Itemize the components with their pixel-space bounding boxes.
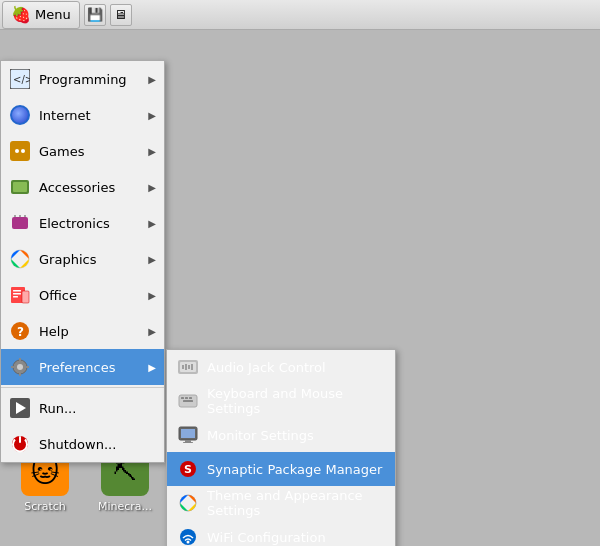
menu-item-games[interactable]: Games ▶ bbox=[1, 133, 164, 169]
electronics-label: Electronics bbox=[39, 216, 140, 231]
wifi-icon bbox=[177, 526, 199, 546]
programming-arrow: ▶ bbox=[148, 74, 156, 85]
svg-text:S: S bbox=[184, 463, 192, 476]
wifi-label: WiFi Configuration bbox=[207, 530, 326, 545]
menu-item-preferences[interactable]: Preferences ▶ Audio Jack Control Keyboar… bbox=[1, 349, 164, 385]
internet-arrow: ▶ bbox=[148, 110, 156, 121]
svg-rect-33 bbox=[185, 397, 188, 399]
programming-label: Programming bbox=[39, 72, 140, 87]
svg-rect-2 bbox=[10, 141, 30, 161]
preferences-icon bbox=[9, 356, 31, 378]
svg-rect-21 bbox=[19, 358, 21, 362]
graphics-label: Graphics bbox=[39, 252, 140, 267]
run-label: Run... bbox=[39, 401, 156, 416]
preferences-label: Preferences bbox=[39, 360, 140, 375]
svg-rect-35 bbox=[183, 400, 193, 402]
keyboard-mouse-icon bbox=[177, 390, 199, 412]
svg-rect-53 bbox=[19, 436, 21, 443]
menu-item-graphics[interactable]: Graphics ▶ bbox=[1, 241, 164, 277]
submenu-monitor[interactable]: Monitor Settings bbox=[167, 418, 395, 452]
synaptic-label: Synaptic Package Manager bbox=[207, 462, 382, 477]
svg-point-4 bbox=[21, 149, 25, 153]
monitor-label: Monitor Settings bbox=[207, 428, 314, 443]
keyboard-mouse-label: Keyboard and Mouse Settings bbox=[207, 386, 385, 416]
menu-button[interactable]: 🍓 Menu bbox=[2, 1, 80, 29]
electronics-arrow: ▶ bbox=[148, 218, 156, 229]
svg-rect-6 bbox=[13, 182, 27, 192]
submenu-wifi[interactable]: WiFi Configuration bbox=[167, 520, 395, 546]
submenu-theme[interactable]: Theme and Appearance Settings bbox=[167, 486, 395, 520]
taskbar: 🍓 Menu 💾 🖥 bbox=[0, 0, 600, 30]
games-arrow: ▶ bbox=[148, 146, 156, 157]
theme-icon bbox=[177, 492, 199, 514]
help-label: Help bbox=[39, 324, 140, 339]
svg-rect-34 bbox=[189, 397, 192, 399]
run-icon bbox=[9, 397, 31, 419]
svg-rect-16 bbox=[22, 291, 29, 303]
menu-item-programming[interactable]: </> Programming ▶ bbox=[1, 61, 164, 97]
accessories-icon bbox=[9, 176, 31, 198]
svg-rect-23 bbox=[11, 366, 15, 368]
svg-rect-38 bbox=[185, 440, 191, 442]
office-label: Office bbox=[39, 288, 140, 303]
desktop: 🐱 Scratch ⛏ Minecra... 🌿 Midori 🐱 Scratc… bbox=[0, 30, 600, 546]
svg-rect-24 bbox=[25, 366, 29, 368]
raspberry-icon: 🍓 bbox=[11, 5, 31, 24]
svg-point-3 bbox=[15, 149, 19, 153]
audio-jack-label: Audio Jack Control bbox=[207, 360, 326, 375]
internet-label: Internet bbox=[39, 108, 140, 123]
monitor-settings-icon bbox=[177, 424, 199, 446]
theme-label: Theme and Appearance Settings bbox=[207, 488, 385, 518]
programming-icon: </> bbox=[9, 68, 31, 90]
menu-separator bbox=[1, 387, 164, 388]
menu-item-help[interactable]: ? Help ▶ bbox=[1, 313, 164, 349]
office-icon bbox=[9, 284, 31, 306]
svg-rect-14 bbox=[13, 293, 21, 295]
menu-item-run[interactable]: Run... bbox=[1, 390, 164, 426]
menu-item-internet[interactable]: Internet ▶ bbox=[1, 97, 164, 133]
preferences-arrow: ▶ bbox=[148, 362, 156, 373]
help-icon: ? bbox=[9, 320, 31, 342]
save-taskbar-icon[interactable]: 💾 bbox=[84, 4, 106, 26]
svg-text:?: ? bbox=[17, 325, 24, 339]
svg-rect-32 bbox=[181, 397, 184, 399]
shutdown-label: Shutdown... bbox=[39, 437, 156, 452]
menu-item-office[interactable]: Office ▶ bbox=[1, 277, 164, 313]
menu-item-electronics[interactable]: Electronics ▶ bbox=[1, 205, 164, 241]
scratch-label: Scratch bbox=[24, 500, 66, 513]
graphics-icon bbox=[9, 248, 31, 270]
games-icon bbox=[9, 140, 31, 162]
save-icon: 💾 bbox=[87, 7, 103, 22]
svg-rect-39 bbox=[183, 442, 193, 443]
svg-point-44 bbox=[187, 541, 190, 544]
monitor-taskbar-icon[interactable]: 🖥 bbox=[110, 4, 132, 26]
electronics-icon bbox=[9, 212, 31, 234]
help-arrow: ▶ bbox=[148, 326, 156, 337]
svg-rect-13 bbox=[13, 290, 21, 292]
svg-text:</>: </> bbox=[13, 74, 30, 85]
menu-item-shutdown[interactable]: Shutdown... bbox=[1, 426, 164, 462]
menu-label: Menu bbox=[35, 7, 71, 22]
svg-point-20 bbox=[17, 364, 23, 370]
preferences-submenu: Audio Jack Control Keyboard and Mouse Se… bbox=[166, 349, 396, 546]
accessories-arrow: ▶ bbox=[148, 182, 156, 193]
office-arrow: ▶ bbox=[148, 290, 156, 301]
graphics-arrow: ▶ bbox=[148, 254, 156, 265]
games-label: Games bbox=[39, 144, 140, 159]
svg-rect-7 bbox=[12, 217, 28, 229]
menu-item-accessories[interactable]: Accessories ▶ bbox=[1, 169, 164, 205]
monitor-icon: 🖥 bbox=[114, 7, 127, 22]
main-menu: </> Programming ▶ Internet ▶ Games ▶ bbox=[0, 60, 165, 463]
accessories-label: Accessories bbox=[39, 180, 140, 195]
svg-rect-22 bbox=[19, 372, 21, 376]
synaptic-icon: S bbox=[177, 458, 199, 480]
audio-jack-icon bbox=[177, 356, 199, 378]
submenu-audio-jack[interactable]: Audio Jack Control bbox=[167, 350, 395, 384]
submenu-keyboard-mouse[interactable]: Keyboard and Mouse Settings bbox=[167, 384, 395, 418]
submenu-synaptic[interactable]: S Synaptic Package Manager bbox=[167, 452, 395, 486]
shutdown-icon bbox=[9, 433, 31, 455]
internet-icon bbox=[9, 104, 31, 126]
svg-rect-37 bbox=[181, 429, 195, 438]
minecraft-label: Minecra... bbox=[98, 500, 152, 513]
svg-rect-15 bbox=[13, 296, 18, 298]
